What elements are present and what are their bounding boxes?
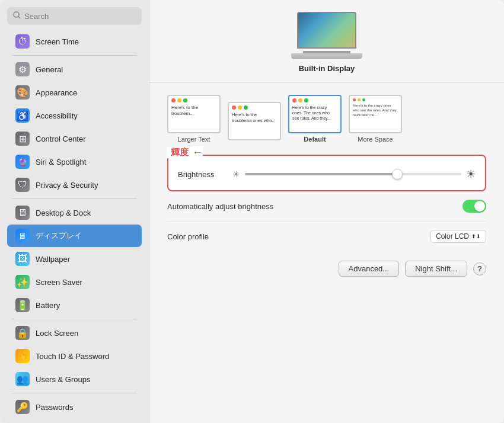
preview-dots-2 [229, 103, 280, 111]
macbook-screen [297, 12, 356, 49]
display-settings-body: Here's to the troublem... Larger Text He… [149, 83, 504, 289]
sidebar-item-appearance[interactable]: 🎨 Appearance [7, 81, 142, 104]
search-icon [13, 11, 21, 21]
search-input[interactable] [24, 12, 136, 21]
color-profile-label: Color profile [167, 232, 209, 241]
macbook-base [291, 53, 362, 59]
res-label-larger: Larger Text [178, 136, 210, 143]
sidebar-item-desktop[interactable]: 🖥 Desktop & Dock [7, 201, 142, 224]
dot-red-d [292, 98, 296, 102]
resolution-larger-text[interactable]: Here's to the troublem... Larger Text [167, 95, 221, 143]
brightness-low-icon: ☀ [232, 169, 240, 179]
res-preview-more: Here's to the crazy ones who see the rul… [349, 95, 402, 133]
brightness-slider-fill [245, 173, 397, 175]
bottom-buttons: Advanced... Night Shift... ? [167, 251, 486, 277]
passwords-icon: 🔑 [15, 400, 30, 414]
sidebar-item-general[interactable]: ⚙ General [7, 58, 142, 81]
sidebar-item-screen-time[interactable]: ⏱ Screen Time [7, 30, 142, 53]
sidebar-label-passwords: Passwords [36, 403, 74, 412]
dot-yellow-d [298, 98, 302, 102]
res-preview-larger: Here's to the troublem... [167, 95, 221, 133]
brightness-high-icon: ☀ [466, 168, 476, 181]
res-preview-default: Here's to the crazy ones. The ones who s… [288, 95, 342, 133]
sidebar-divider-4 [12, 393, 137, 393]
sidebar-label-screen-time: Screen Time [36, 37, 79, 46]
sidebar-label-lockscreen: Lock Screen [36, 329, 78, 338]
color-profile-value: Color LCD [436, 232, 469, 241]
preview-dots [168, 96, 219, 104]
preview-dots-default [289, 96, 340, 104]
preview-text-default: Here's to the crazy ones. The ones who s… [289, 104, 340, 132]
advanced-button[interactable]: Advanced... [339, 261, 400, 277]
lockscreen-icon: 🔒 [15, 326, 30, 340]
sidebar-item-screensaver[interactable]: ✨ Screen Saver [7, 271, 142, 293]
sidebar-item-lockscreen[interactable]: 🔒 Lock Screen [7, 322, 142, 344]
sidebar-item-wallpaper[interactable]: 🖼 Wallpaper [7, 248, 142, 270]
dot-red [171, 98, 176, 102]
sidebar-item-accessibility[interactable]: ♿ Accessibility [7, 104, 142, 127]
accessibility-icon: ♿ [15, 108, 30, 123]
sidebar-item-users[interactable]: 👥 Users & Groups [7, 368, 142, 390]
display-header: Built-in Display [149, 0, 504, 83]
sidebar-label-control-center: Control Center [36, 134, 86, 143]
brightness-label: Brightness [178, 170, 225, 179]
sidebar-item-touchid[interactable]: 👆 Touch ID & Password [7, 345, 142, 367]
dot-r-m [353, 98, 356, 101]
svg-line-1 [18, 17, 20, 18]
sidebar-item-internet[interactable]: 🌐 Internet Accounts [7, 419, 142, 423]
res-label-more: More Space [358, 136, 393, 143]
help-button[interactable]: ? [473, 262, 486, 275]
general-icon: ⚙ [15, 62, 30, 76]
sidebar-item-privacy[interactable]: 🛡 Privacy & Security [7, 174, 142, 196]
brightness-kanji-row: 輝度 ← [167, 148, 203, 160]
touchid-icon: 👆 [15, 349, 30, 363]
color-profile-chevron: ⬆⬇ [471, 233, 481, 239]
sidebar-label-general: General [36, 65, 63, 74]
resolution-default[interactable]: Here's to the crazy ones. The ones who s… [288, 95, 342, 143]
sidebar-label-wallpaper: Wallpaper [36, 255, 70, 264]
display-icon: 🖥 [15, 229, 30, 243]
sidebar-label-displays: ディスプレイ [36, 230, 82, 241]
screen-time-icon: ⏱ [15, 34, 30, 49]
sidebar-label-accessibility: Accessibility [36, 111, 78, 120]
brightness-slider-thumb[interactable] [392, 169, 403, 180]
sidebar-label-battery: Battery [36, 301, 60, 310]
sidebar-divider [12, 55, 137, 56]
resolution-more-space[interactable]: Here's to the crazy ones who see the rul… [349, 95, 402, 143]
sidebar-divider-3 [12, 319, 137, 319]
search-box[interactable] [7, 7, 142, 25]
sidebar-divider-2 [12, 198, 137, 199]
sidebar-item-passwords[interactable]: 🔑 Passwords [7, 396, 142, 418]
dot-green-d [304, 98, 308, 102]
brightness-arrow-icon: ← [192, 146, 203, 159]
brightness-row: Brightness ☀ ☀ [178, 163, 476, 183]
sidebar-label-privacy: Privacy & Security [36, 181, 98, 190]
auto-brightness-toggle[interactable] [462, 200, 486, 213]
sidebar-label-desktop: Desktop & Dock [36, 209, 91, 217]
settings-rows: Automatically adjust brightness Color pr… [167, 191, 486, 251]
sidebar-label-screensaver: Screen Saver [36, 278, 82, 287]
svg-point-0 [14, 12, 19, 17]
resolution-options-row: Here's to the troublem... Larger Text He… [167, 95, 486, 143]
sidebar-label-siri: Siri & Spotlight [36, 158, 86, 166]
sidebar-item-displays[interactable]: 🖥 ディスプレイ [7, 225, 142, 247]
main-content: Built-in Display Here's to the troublem.… [149, 0, 504, 423]
battery-icon: 🔋 [15, 298, 30, 312]
preview-text-larger: Here's to the troublem... [168, 104, 219, 132]
night-shift-button[interactable]: Night Shift... [405, 261, 467, 277]
wallpaper-icon: 🖼 [15, 252, 30, 266]
sidebar-item-control-center[interactable]: ⊞ Control Center [7, 127, 142, 150]
preview-text-more: Here's to the crazy ones who see the rul… [350, 102, 401, 132]
auto-brightness-row: Automatically adjust brightness [167, 191, 486, 222]
color-profile-select[interactable]: Color LCD ⬆⬇ [430, 230, 486, 243]
dot-green [183, 98, 187, 102]
res-label-default: Default [304, 136, 326, 143]
brightness-kanji-label: 輝度 [167, 147, 192, 158]
sidebar-item-siri[interactable]: 🔮 Siri & Spotlight [7, 150, 142, 173]
sidebar: ⏱ Screen Time ⚙ General 🎨 Appearance ♿ A… [0, 0, 149, 423]
sidebar-label-appearance: Appearance [36, 88, 77, 97]
sidebar-item-battery[interactable]: 🔋 Battery [7, 294, 142, 316]
resolution-option-2[interactable]: Here's to the troublema ones who... [228, 102, 281, 143]
brightness-section: Brightness ☀ ☀ [167, 155, 486, 191]
dot-red-2 [232, 105, 236, 110]
